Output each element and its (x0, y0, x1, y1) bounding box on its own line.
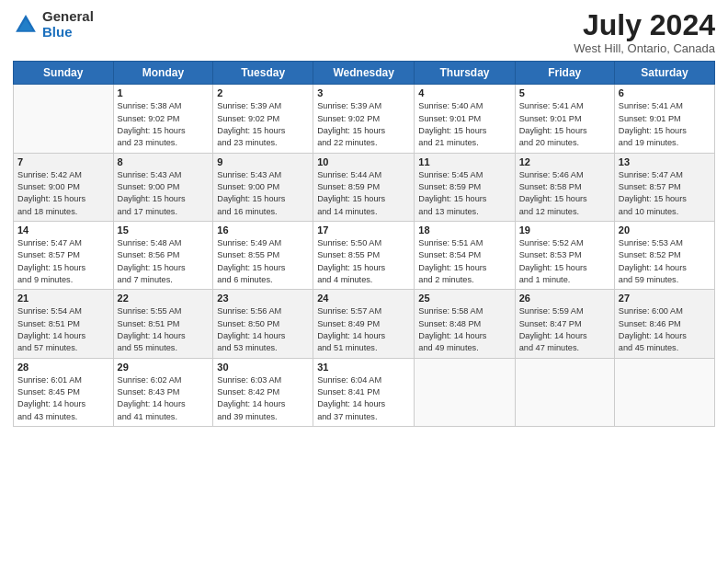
day-number: 17 (317, 224, 410, 236)
calendar-cell: 19Sunrise: 5:52 AMSunset: 8:53 PMDayligh… (515, 221, 614, 289)
calendar-cell: 6Sunrise: 5:41 AMSunset: 9:01 PMDaylight… (614, 85, 714, 153)
calendar-cell: 21Sunrise: 5:54 AMSunset: 8:51 PMDayligh… (14, 290, 114, 358)
day-info: Sunrise: 5:46 AMSunset: 8:58 PMDaylight:… (519, 169, 610, 218)
calendar-cell: 18Sunrise: 5:51 AMSunset: 8:54 PMDayligh… (415, 221, 515, 289)
day-info: Sunrise: 5:45 AMSunset: 8:59 PMDaylight:… (418, 169, 510, 218)
calendar: Sunday Monday Tuesday Wednesday Thursday… (13, 61, 715, 427)
location: West Hill, Ontario, Canada (574, 41, 715, 55)
logo: General Blue (13, 9, 94, 40)
day-number: 1 (118, 87, 210, 98)
day-number: 27 (619, 293, 711, 304)
calendar-cell: 12Sunrise: 5:46 AMSunset: 8:58 PMDayligh… (515, 153, 614, 221)
day-number: 28 (17, 362, 109, 373)
day-info: Sunrise: 6:00 AMSunset: 8:46 PMDaylight:… (619, 305, 711, 354)
day-info: Sunrise: 5:51 AMSunset: 8:54 PMDaylight:… (418, 237, 510, 286)
calendar-cell: 24Sunrise: 5:57 AMSunset: 8:49 PMDayligh… (313, 290, 415, 358)
month-title: July 2024 (574, 9, 715, 41)
calendar-cell: 22Sunrise: 5:55 AMSunset: 8:51 PMDayligh… (113, 290, 213, 358)
day-info: Sunrise: 5:55 AMSunset: 8:51 PMDaylight:… (118, 305, 210, 354)
calendar-cell: 23Sunrise: 5:56 AMSunset: 8:50 PMDayligh… (213, 290, 313, 358)
day-info: Sunrise: 5:43 AMSunset: 9:00 PMDaylight:… (118, 169, 210, 218)
day-info: Sunrise: 5:58 AMSunset: 8:48 PMDaylight:… (418, 305, 510, 354)
title-block: July 2024 West Hill, Ontario, Canada (574, 9, 715, 55)
calendar-cell (515, 358, 614, 426)
day-info: Sunrise: 5:54 AMSunset: 8:51 PMDaylight:… (17, 305, 109, 354)
day-number: 26 (519, 293, 610, 304)
header: General Blue July 2024 West Hill, Ontari… (13, 9, 715, 55)
calendar-cell: 1Sunrise: 5:38 AMSunset: 9:02 PMDaylight… (113, 85, 213, 153)
day-info: Sunrise: 5:49 AMSunset: 8:55 PMDaylight:… (217, 237, 309, 286)
day-number: 22 (118, 293, 210, 304)
day-number: 12 (519, 156, 610, 167)
calendar-cell: 16Sunrise: 5:49 AMSunset: 8:55 PMDayligh… (213, 221, 313, 289)
calendar-week-5: 28Sunrise: 6:01 AMSunset: 8:45 PMDayligh… (14, 358, 715, 426)
col-thursday: Thursday (415, 62, 515, 85)
day-number: 15 (118, 224, 210, 236)
day-info: Sunrise: 5:59 AMSunset: 8:47 PMDaylight:… (519, 305, 610, 354)
calendar-cell: 15Sunrise: 5:48 AMSunset: 8:56 PMDayligh… (113, 221, 213, 289)
calendar-cell: 9Sunrise: 5:43 AMSunset: 9:00 PMDaylight… (213, 153, 313, 221)
day-info: Sunrise: 6:02 AMSunset: 8:43 PMDaylight:… (118, 374, 210, 423)
day-info: Sunrise: 5:47 AMSunset: 8:57 PMDaylight:… (619, 169, 711, 218)
day-info: Sunrise: 5:50 AMSunset: 8:55 PMDaylight:… (317, 237, 410, 286)
day-number: 14 (17, 224, 109, 236)
calendar-week-4: 21Sunrise: 5:54 AMSunset: 8:51 PMDayligh… (14, 290, 715, 358)
calendar-body: 1Sunrise: 5:38 AMSunset: 9:02 PMDaylight… (14, 85, 715, 427)
calendar-cell: 3Sunrise: 5:39 AMSunset: 9:02 PMDaylight… (313, 85, 415, 153)
day-info: Sunrise: 6:01 AMSunset: 8:45 PMDaylight:… (17, 374, 109, 423)
calendar-cell: 29Sunrise: 6:02 AMSunset: 8:43 PMDayligh… (113, 358, 213, 426)
day-info: Sunrise: 5:52 AMSunset: 8:53 PMDaylight:… (519, 237, 610, 286)
calendar-cell (14, 85, 114, 153)
calendar-cell: 11Sunrise: 5:45 AMSunset: 8:59 PMDayligh… (415, 153, 515, 221)
day-info: Sunrise: 5:53 AMSunset: 8:52 PMDaylight:… (619, 237, 711, 286)
col-saturday: Saturday (614, 62, 714, 85)
day-info: Sunrise: 5:42 AMSunset: 9:00 PMDaylight:… (17, 169, 109, 218)
col-sunday: Sunday (14, 62, 114, 85)
day-number: 9 (217, 156, 309, 167)
calendar-cell: 10Sunrise: 5:44 AMSunset: 8:59 PMDayligh… (313, 153, 415, 221)
calendar-cell: 17Sunrise: 5:50 AMSunset: 8:55 PMDayligh… (313, 221, 415, 289)
calendar-cell (415, 358, 515, 426)
day-info: Sunrise: 6:04 AMSunset: 8:41 PMDaylight:… (317, 374, 410, 423)
day-info: Sunrise: 5:40 AMSunset: 9:01 PMDaylight:… (418, 100, 510, 149)
day-number: 5 (519, 87, 610, 98)
day-number: 16 (217, 224, 309, 236)
calendar-cell: 30Sunrise: 6:03 AMSunset: 8:42 PMDayligh… (213, 358, 313, 426)
day-number: 8 (118, 156, 210, 167)
calendar-cell: 25Sunrise: 5:58 AMSunset: 8:48 PMDayligh… (415, 290, 515, 358)
day-number: 7 (17, 156, 109, 167)
calendar-cell (614, 358, 714, 426)
day-info: Sunrise: 5:47 AMSunset: 8:57 PMDaylight:… (17, 237, 109, 286)
logo-blue: Blue (42, 25, 94, 40)
day-number: 31 (317, 362, 410, 373)
calendar-cell: 13Sunrise: 5:47 AMSunset: 8:57 PMDayligh… (614, 153, 714, 221)
day-number: 23 (217, 293, 309, 304)
logo-icon (13, 12, 39, 38)
calendar-cell: 20Sunrise: 5:53 AMSunset: 8:52 PMDayligh… (614, 221, 714, 289)
day-info: Sunrise: 5:39 AMSunset: 9:02 PMDaylight:… (317, 100, 410, 149)
col-monday: Monday (113, 62, 213, 85)
day-number: 21 (17, 293, 109, 304)
day-info: Sunrise: 5:38 AMSunset: 9:02 PMDaylight:… (118, 100, 210, 149)
calendar-cell: 28Sunrise: 6:01 AMSunset: 8:45 PMDayligh… (14, 358, 114, 426)
day-number: 18 (418, 224, 510, 236)
calendar-cell: 4Sunrise: 5:40 AMSunset: 9:01 PMDaylight… (415, 85, 515, 153)
calendar-week-3: 14Sunrise: 5:47 AMSunset: 8:57 PMDayligh… (14, 221, 715, 289)
calendar-cell: 2Sunrise: 5:39 AMSunset: 9:02 PMDaylight… (213, 85, 313, 153)
day-info: Sunrise: 5:41 AMSunset: 9:01 PMDaylight:… (519, 100, 610, 149)
day-number: 6 (619, 87, 711, 98)
calendar-week-2: 7Sunrise: 5:42 AMSunset: 9:00 PMDaylight… (14, 153, 715, 221)
day-number: 3 (317, 87, 410, 98)
logo-text: General Blue (42, 9, 94, 40)
calendar-cell: 7Sunrise: 5:42 AMSunset: 9:00 PMDaylight… (14, 153, 114, 221)
col-tuesday: Tuesday (213, 62, 313, 85)
day-number: 24 (317, 293, 410, 304)
day-number: 30 (217, 362, 309, 373)
day-number: 2 (217, 87, 309, 98)
day-number: 10 (317, 156, 410, 167)
col-friday: Friday (515, 62, 614, 85)
header-row: Sunday Monday Tuesday Wednesday Thursday… (14, 62, 715, 85)
day-info: Sunrise: 5:57 AMSunset: 8:49 PMDaylight:… (317, 305, 410, 354)
day-info: Sunrise: 5:43 AMSunset: 9:00 PMDaylight:… (217, 169, 309, 218)
day-number: 20 (619, 224, 711, 236)
